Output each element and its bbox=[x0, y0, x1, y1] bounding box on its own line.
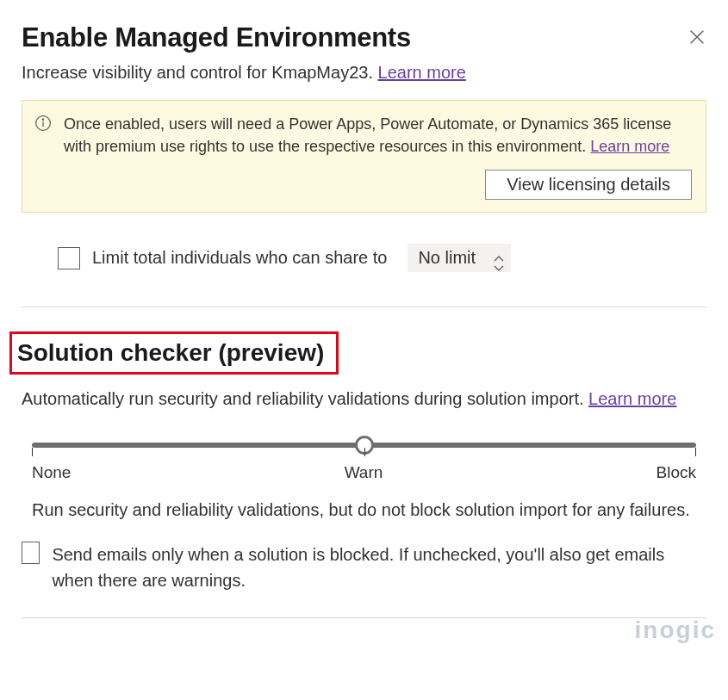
limit-spinner-value: No limit bbox=[418, 248, 488, 268]
spinner-up-icon[interactable] bbox=[494, 251, 504, 257]
send-emails-checkbox[interactable] bbox=[22, 542, 40, 564]
close-icon[interactable] bbox=[688, 28, 706, 46]
solution-description-text: Automatically run security and reliabili… bbox=[22, 389, 588, 408]
info-icon bbox=[34, 115, 52, 132]
limit-spinner[interactable]: No limit bbox=[408, 244, 511, 272]
slider-label-warn: Warn bbox=[345, 463, 383, 482]
solution-heading-highlight: Solution checker (preview) bbox=[9, 331, 339, 375]
slider-help-text: Run security and reliability validations… bbox=[22, 498, 706, 523]
email-option-row: Send emails only when a solution is bloc… bbox=[22, 542, 706, 593]
slider-label-block: Block bbox=[656, 463, 696, 482]
slider-tick bbox=[32, 448, 33, 456]
solution-checker-section: Solution checker (preview) Automatically… bbox=[22, 331, 706, 618]
view-licensing-details-button[interactable]: View licensing details bbox=[485, 170, 692, 200]
slider-tick bbox=[364, 448, 365, 456]
watermark-logo: inogic bbox=[0, 616, 728, 644]
solution-learn-more-link[interactable]: Learn more bbox=[588, 389, 676, 408]
spinner-down-icon[interactable] bbox=[494, 259, 504, 266]
limit-share-row: Limit total individuals who can share to… bbox=[58, 244, 706, 272]
svg-point-4 bbox=[42, 119, 43, 120]
slider-tick bbox=[695, 448, 696, 456]
page-title: Enable Managed Environments bbox=[22, 22, 411, 53]
banner-text-span: Once enabled, users will need a Power Ap… bbox=[64, 115, 671, 155]
page-subtitle: Increase visibility and control for Kmap… bbox=[22, 60, 706, 84]
limit-share-label: Limit total individuals who can share to bbox=[92, 248, 387, 268]
slider-label-none: None bbox=[32, 463, 71, 482]
banner-learn-more-link[interactable]: Learn more bbox=[590, 138, 669, 155]
send-emails-label: Send emails only when a solution is bloc… bbox=[52, 542, 706, 593]
solution-checker-slider[interactable]: None Warn Block bbox=[22, 443, 706, 482]
licensing-info-banner: Once enabled, users will need a Power Ap… bbox=[22, 100, 706, 213]
page-subtitle-text: Increase visibility and control for Kmap… bbox=[22, 63, 378, 82]
limit-share-checkbox[interactable] bbox=[58, 247, 80, 269]
solution-checker-heading: Solution checker (preview) bbox=[17, 339, 324, 367]
solution-description: Automatically run security and reliabili… bbox=[22, 387, 706, 412]
banner-text: Once enabled, users will need a Power Ap… bbox=[64, 113, 692, 158]
divider bbox=[22, 307, 706, 307]
watermark-text: inogic bbox=[635, 616, 716, 643]
header-learn-more-link[interactable]: Learn more bbox=[378, 63, 466, 82]
